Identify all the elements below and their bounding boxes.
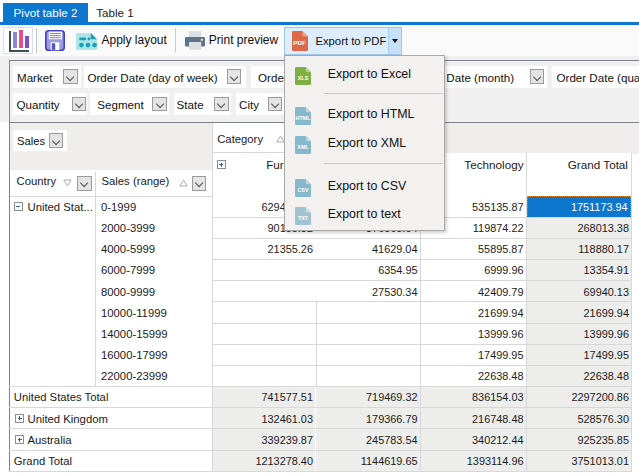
- svg-text:HTML: HTML: [295, 115, 310, 121]
- svg-text:CSV: CSV: [297, 187, 308, 193]
- svg-text:XML: XML: [297, 144, 309, 150]
- svg-text:XLS: XLS: [298, 75, 309, 81]
- svg-text:TXT: TXT: [298, 215, 309, 221]
